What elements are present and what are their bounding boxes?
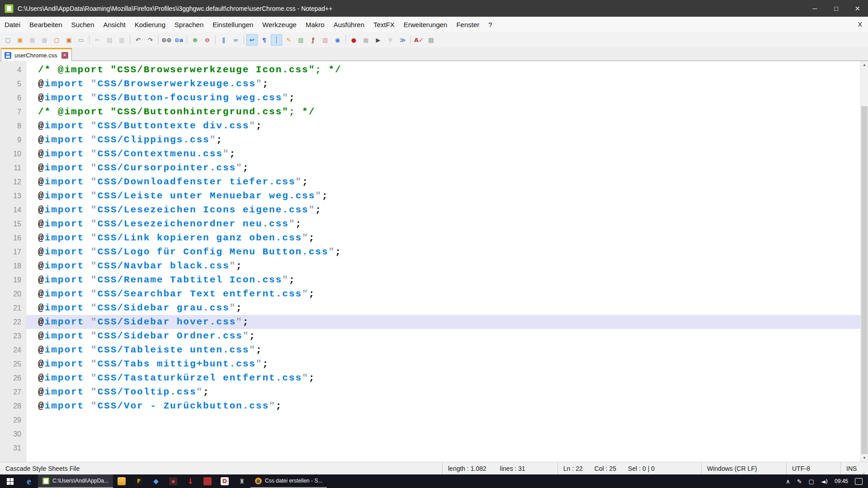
action-center-icon[interactable]: [855, 478, 863, 485]
monitoring-icon[interactable]: ◉: [332, 34, 343, 46]
menu-item-datei[interactable]: Datei: [0, 17, 25, 32]
maximize-button[interactable]: □: [826, 0, 847, 17]
spell-check-icon[interactable]: A✓: [413, 34, 425, 46]
open-folder-icon[interactable]: ▣: [14, 34, 26, 46]
line-number[interactable]: 9: [0, 133, 26, 147]
line-number[interactable]: 5: [0, 77, 26, 91]
line-number[interactable]: 4: [0, 63, 26, 77]
code-line[interactable]: 14@import "CSS/Lesezeichen Icons eigene.…: [0, 203, 860, 217]
code-line[interactable]: 7/* @import "CSS/Buttonhintergrund.css";…: [0, 105, 860, 119]
line-number[interactable]: 30: [0, 427, 26, 441]
volume-icon[interactable]: ◄): [821, 478, 828, 485]
line-number[interactable]: 19: [0, 273, 26, 287]
doc-switcher-icon[interactable]: ▤: [425, 34, 437, 46]
code-line[interactable]: 26@import "CSS/Tastaturkürzel entfernt.c…: [0, 371, 860, 385]
code-line[interactable]: 4/* @import "CSS/Browserwerkzeuge Icon.c…: [0, 63, 860, 77]
code-line[interactable]: 21@import "CSS/Sidebar grau.css";: [0, 301, 860, 315]
eol-format-status[interactable]: Windows (CR LF): [702, 462, 787, 474]
code-line[interactable]: 17@import "CSS/Logo für Config Menu Butt…: [0, 245, 860, 259]
line-number[interactable]: 15: [0, 217, 26, 231]
menu-item-einstellungen[interactable]: Einstellungen: [208, 17, 258, 32]
code-line[interactable]: 27@import "CSS/Tooltip.css";: [0, 385, 860, 399]
explorer-icon[interactable]: ▨: [113, 474, 130, 488]
line-number[interactable]: 17: [0, 245, 26, 259]
line-number[interactable]: 13: [0, 189, 26, 203]
code-line[interactable]: 6@import "CSS/Button-focusring weg.css";: [0, 91, 860, 105]
menu-item-fenster[interactable]: Fenster: [452, 17, 484, 32]
menu-item-sprachen[interactable]: Sprachen: [170, 17, 208, 32]
close-all-icon[interactable]: ▣: [63, 34, 75, 46]
line-number[interactable]: 23: [0, 329, 26, 343]
scroll-up-icon[interactable]: ▲: [861, 61, 868, 69]
code-line[interactable]: 13@import "CSS/Leiste unter Menuebar weg…: [0, 189, 860, 203]
code-line[interactable]: 23@import "CSS/Sidebar Ordner.css";: [0, 329, 860, 343]
line-number[interactable]: 31: [0, 441, 26, 455]
close-button[interactable]: ✕: [847, 0, 868, 17]
menu-item-ausfhren[interactable]: Ausführen: [329, 17, 369, 32]
sync-horizontal-icon[interactable]: =: [230, 34, 241, 46]
tab-close-icon[interactable]: ✕: [61, 52, 68, 59]
folder-as-workspace-icon[interactable]: ▨: [320, 34, 331, 46]
menu-item-suchen[interactable]: Suchen: [67, 17, 99, 32]
line-number[interactable]: 10: [0, 147, 26, 161]
code-line[interactable]: 22@import "CSS/Sidebar hover.css";: [0, 315, 860, 329]
code-line[interactable]: 19@import "CSS/Rename Tabtitel Icon.css"…: [0, 273, 860, 287]
menu-item-kodierung[interactable]: Kodierung: [130, 17, 170, 32]
resize-grip[interactable]: ⣠: [862, 469, 868, 474]
line-number[interactable]: 29: [0, 413, 26, 427]
function-list-icon[interactable]: ƒ: [307, 34, 319, 46]
line-number[interactable]: 14: [0, 203, 26, 217]
sync-vertical-icon[interactable]: ∥: [218, 34, 229, 46]
download-app-icon[interactable]: ↓: [182, 474, 199, 488]
red-app-icon[interactable]: ▮: [199, 474, 216, 488]
f-app-icon[interactable]: F: [130, 474, 147, 488]
menu-item-werkzeuge[interactable]: Werkzeuge: [258, 17, 301, 32]
line-number[interactable]: 7: [0, 105, 26, 119]
find-icon[interactable]: ⊙⊙: [161, 34, 172, 46]
code-line[interactable]: 28@import "CSS/Vor - Zurückbutton.css";: [0, 399, 860, 413]
line-number[interactable]: 26: [0, 371, 26, 385]
document-map-icon[interactable]: ▧: [295, 34, 307, 46]
code-area[interactable]: 4/* @import "CSS/Browserwerkzeuge Icon.c…: [0, 63, 860, 455]
line-number[interactable]: 8: [0, 119, 26, 133]
network-icon[interactable]: ▢: [809, 478, 814, 485]
blue-app-icon[interactable]: ◆: [147, 474, 165, 488]
code-line[interactable]: 16@import "CSS/Link kopieren ganz oben.c…: [0, 231, 860, 245]
photo-app-icon[interactable]: ●: [165, 474, 182, 488]
code-line[interactable]: 30: [0, 427, 860, 441]
start-button[interactable]: [0, 474, 20, 488]
code-line[interactable]: 9@import "CSS/Clippings.css";: [0, 133, 860, 147]
run-macro-multiple-icon[interactable]: ≫: [397, 34, 408, 46]
menu-item-makro[interactable]: Makro: [301, 17, 329, 32]
menu-item-?[interactable]: ?: [484, 17, 496, 32]
code-line[interactable]: 20@import "CSS/Searchbar Text entfernt.c…: [0, 287, 860, 301]
line-number[interactable]: 21: [0, 301, 26, 315]
undo-icon[interactable]: ↶: [132, 34, 144, 46]
line-number[interactable]: 16: [0, 231, 26, 245]
dark-app-icon[interactable]: ♜: [233, 474, 250, 488]
code-line[interactable]: 24@import "CSS/Tableiste unten.css";: [0, 343, 860, 357]
word-wrap-icon[interactable]: ↩: [246, 34, 258, 46]
line-number[interactable]: 6: [0, 91, 26, 105]
code-line[interactable]: 8@import "CSS/Buttontexte div.css";: [0, 119, 860, 133]
record-macro-icon[interactable]: ●: [348, 34, 359, 46]
code-line[interactable]: 25@import "CSS/Tabs mittig+bunt.css";: [0, 357, 860, 371]
code-line[interactable]: 5@import "CSS/Browserwerkzeuge.css";: [0, 77, 860, 91]
d-app-icon[interactable]: D: [216, 474, 233, 488]
line-number[interactable]: 20: [0, 287, 26, 301]
menu-item-textfx[interactable]: TextFX: [369, 17, 399, 32]
menubar-close-icon[interactable]: X: [852, 21, 868, 28]
code-line[interactable]: 29: [0, 413, 860, 427]
print-icon[interactable]: ▭: [75, 34, 87, 46]
line-number[interactable]: 22: [0, 315, 26, 329]
line-number[interactable]: 12: [0, 175, 26, 189]
tab-userchrome[interactable]: userChrome.css ✕: [1, 48, 72, 61]
line-number[interactable]: 24: [0, 343, 26, 357]
task-button-firefox[interactable]: Css datei erstellen - S...: [250, 474, 327, 488]
code-line[interactable]: 15@import "CSS/Lesezeichenordner neu.css…: [0, 217, 860, 231]
show-all-characters-icon[interactable]: ¶: [259, 34, 270, 46]
task-button-notepadpp[interactable]: C:\Users\Andi\AppDa...: [38, 474, 113, 488]
vertical-scrollbar[interactable]: ▲ ▼: [860, 61, 868, 462]
menu-item-ansicht[interactable]: Ansicht: [99, 17, 130, 32]
zoom-in-icon[interactable]: ⊕: [189, 34, 201, 46]
